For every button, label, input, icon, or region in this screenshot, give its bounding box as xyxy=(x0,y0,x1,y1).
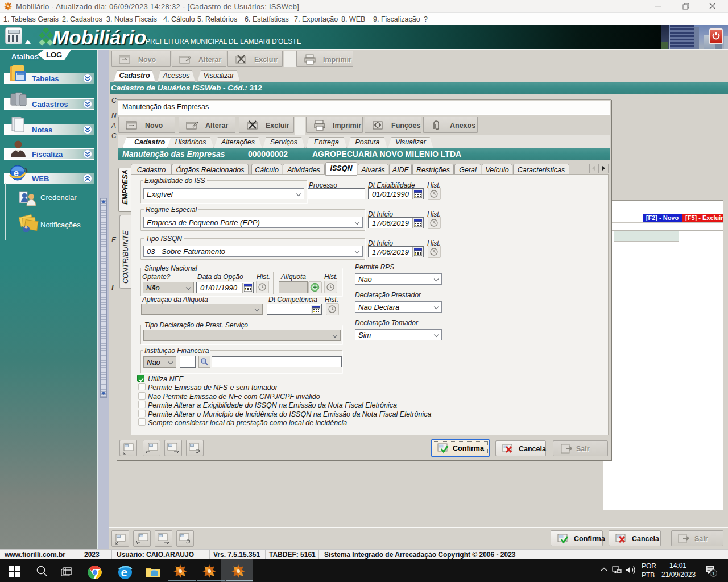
svg-text:e: e xyxy=(14,168,19,178)
